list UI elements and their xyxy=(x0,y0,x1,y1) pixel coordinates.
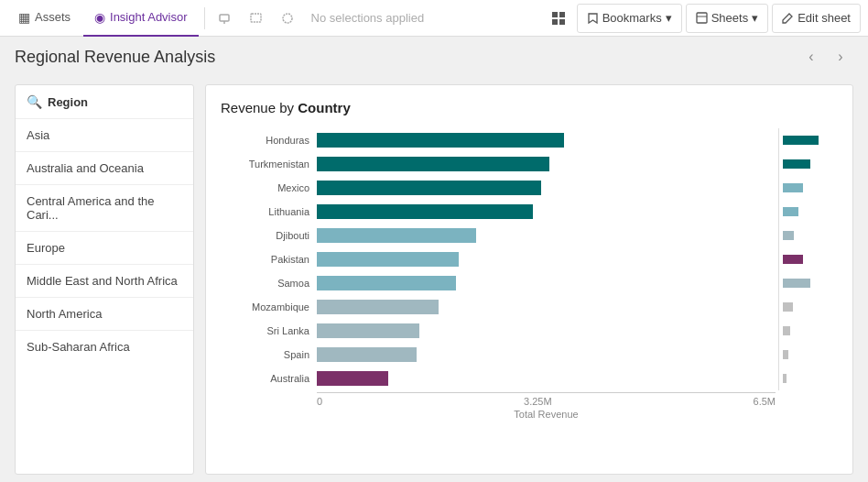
page-nav-arrows: ‹ › xyxy=(798,44,853,70)
bar-fill xyxy=(317,347,417,362)
ref-bar-fill xyxy=(783,183,803,192)
insight-advisor-icon: ◉ xyxy=(94,10,105,25)
bar-fill xyxy=(317,204,533,219)
main-content: 🔍 Region Asia Australia and Oceania Cent… xyxy=(0,77,868,482)
chart-title-bold: Country xyxy=(298,100,351,115)
ref-bar-row xyxy=(783,295,838,319)
sidebar: 🔍 Region Asia Australia and Oceania Cent… xyxy=(15,84,194,475)
bar-row: Mozambique xyxy=(221,295,778,319)
sidebar-search-header[interactable]: 🔍 Region xyxy=(16,85,193,119)
svg-rect-0 xyxy=(220,15,229,21)
bar-row: Spain xyxy=(221,343,778,367)
chart-area: Revenue by Country HondurasTurkmenistanM… xyxy=(205,84,853,475)
ref-bar-fill xyxy=(783,207,798,216)
ref-bar-fill xyxy=(783,279,810,288)
ref-bar-fill xyxy=(783,231,794,240)
sidebar-item-europe[interactable]: Europe xyxy=(16,232,193,265)
sheets-chevron: ▾ xyxy=(752,11,758,25)
grid-view-button[interactable] xyxy=(544,4,573,33)
page-title-bar: Regional Revenue Analysis ‹ › xyxy=(0,37,868,77)
bar-fill xyxy=(317,300,439,314)
bar-label: Mozambique xyxy=(221,301,317,312)
sidebar-item-australia[interactable]: Australia and Oceania xyxy=(16,152,193,185)
bar-fill xyxy=(317,181,541,195)
ref-bar-row xyxy=(783,152,838,176)
sidebar-region-label: Region xyxy=(48,95,88,109)
prev-page-button[interactable]: ‹ xyxy=(798,44,824,70)
ref-bar-row xyxy=(783,176,838,200)
bar-label: Mexico xyxy=(221,182,317,193)
svg-rect-4 xyxy=(552,12,558,17)
sheets-label: Sheets xyxy=(711,11,748,25)
selection-tool-3[interactable] xyxy=(273,4,302,33)
next-page-button[interactable]: › xyxy=(828,44,853,70)
bar-label: Australia xyxy=(221,373,317,384)
bar-row: Djibouti xyxy=(221,224,778,247)
svg-rect-8 xyxy=(697,13,707,23)
bar-label: Pakistan xyxy=(221,254,317,265)
ref-bar-fill xyxy=(783,255,803,264)
selection-tool-1[interactable] xyxy=(211,4,240,33)
ref-bar-fill xyxy=(783,302,793,312)
x-label-325: 3.25M xyxy=(524,396,552,407)
sidebar-item-north-america[interactable]: North America xyxy=(16,298,193,331)
ref-bar-row xyxy=(783,271,838,295)
bar-fill xyxy=(317,252,459,267)
bookmark-icon xyxy=(587,12,599,24)
tab-assets[interactable]: ▦ Assets xyxy=(7,0,81,37)
svg-rect-6 xyxy=(552,19,558,25)
ref-bar-fill xyxy=(783,159,810,169)
bar-label: Sri Lanka xyxy=(221,325,317,336)
bar-fill xyxy=(317,228,476,243)
bookmarks-chevron: ▾ xyxy=(666,11,672,25)
svg-rect-5 xyxy=(559,12,565,17)
bar-fill xyxy=(317,157,549,171)
edit-sheet-label: Edit sheet xyxy=(797,11,851,25)
bookmarks-button[interactable]: Bookmarks ▾ xyxy=(577,4,682,33)
bar-fill xyxy=(317,276,456,290)
assets-label: Assets xyxy=(35,10,71,24)
bar-label: Djibouti xyxy=(221,230,317,241)
chart-title-text: Revenue by Country xyxy=(221,100,351,115)
sheets-button[interactable]: Sheets ▾ xyxy=(686,4,768,33)
search-icon: 🔍 xyxy=(27,94,42,109)
bar-row: Turkmenistan xyxy=(221,152,778,176)
tab-insight-advisor[interactable]: ◉ Insight Advisor xyxy=(83,0,199,37)
bar-row: Lithuania xyxy=(221,200,778,224)
bar-label: Samoa xyxy=(221,278,317,289)
svg-point-3 xyxy=(283,14,292,23)
ref-bar-row xyxy=(783,367,838,390)
x-axis-title: Total Revenue xyxy=(221,409,838,420)
bar-label: Spain xyxy=(221,349,317,360)
nav-right: Bookmarks ▾ Sheets ▾ Edit sheet xyxy=(544,4,861,33)
no-selections-label: No selections applied xyxy=(304,11,432,25)
ref-bar-fill xyxy=(783,374,787,383)
edit-sheet-button[interactable]: Edit sheet xyxy=(772,4,861,33)
lasso-icon xyxy=(218,11,233,26)
edit-icon xyxy=(782,12,794,24)
sidebar-item-sub-saharan[interactable]: Sub-Saharan Africa xyxy=(16,331,193,363)
ref-bar-fill xyxy=(783,136,819,145)
bar-row: Mexico xyxy=(221,176,778,200)
circle-select-icon xyxy=(280,11,295,26)
x-label-65: 6.5M xyxy=(754,396,776,407)
chart-title: Revenue by Country xyxy=(221,100,838,115)
ref-bar-row xyxy=(783,128,838,152)
sidebar-item-middle-east[interactable]: Middle East and North Africa xyxy=(16,265,193,298)
sidebar-item-central-america[interactable]: Central America and the Cari... xyxy=(16,185,193,232)
ref-bar-section xyxy=(778,128,838,390)
top-nav: ▦ Assets ◉ Insight Advisor No selections… xyxy=(0,0,868,37)
bar-row: Pakistan xyxy=(221,247,778,271)
ref-bar-row xyxy=(783,319,838,343)
selection-tool-2[interactable] xyxy=(242,4,271,33)
sidebar-item-asia[interactable]: Asia xyxy=(16,119,193,152)
x-label-0: 0 xyxy=(317,396,322,407)
svg-rect-7 xyxy=(559,19,565,25)
nav-divider-1 xyxy=(204,7,205,29)
svg-rect-2 xyxy=(251,14,261,22)
insight-advisor-label: Insight Advisor xyxy=(110,10,188,24)
sheets-icon xyxy=(696,12,708,24)
rect-select-icon xyxy=(249,11,264,26)
bar-row: Australia xyxy=(221,367,778,390)
bookmarks-label: Bookmarks xyxy=(602,11,662,25)
